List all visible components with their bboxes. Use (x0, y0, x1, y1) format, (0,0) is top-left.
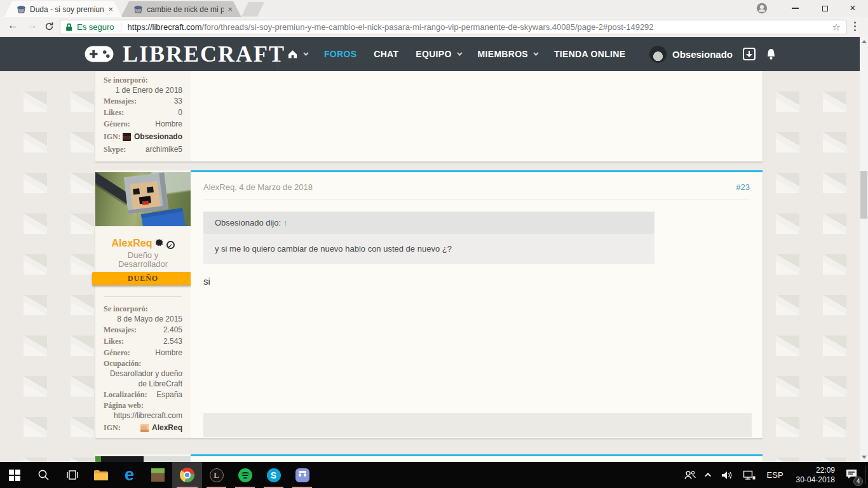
gear-badge-icon (156, 239, 163, 247)
inbox-icon[interactable] (743, 48, 756, 60)
taskbar-clock[interactable]: 22:09 30-04-2018 (796, 466, 835, 485)
site-header: LIBRECRAFT FOROS CHAT EQUIPO MIEMBROS TI… (0, 37, 868, 71)
header-account-area: Obsesionado (649, 37, 777, 71)
role-banner: DUEÑO (92, 272, 194, 285)
post-stats: Se incorporó:8 de Mayo de 2015 Mensajes:… (95, 304, 191, 435)
show-desktop-strip[interactable] (865, 466, 865, 484)
scroll-up-arrow[interactable] (862, 40, 867, 43)
nav-miembros[interactable]: MIEMBROS (478, 49, 537, 59)
tab-cambie[interactable]: cambie de nick de mi pre × (121, 1, 241, 17)
minecraft-head-icon (123, 133, 131, 141)
folder-icon (94, 470, 108, 480)
back-button[interactable]: ← (8, 19, 18, 32)
action-center-button[interactable]: 4 (845, 468, 858, 482)
nav-chat[interactable]: CHAT (374, 49, 398, 59)
minecraft-head-icon (140, 424, 149, 432)
tray-expand-button[interactable] (707, 473, 711, 477)
post-number-link[interactable]: #23 (736, 182, 750, 192)
taskbar-search-button[interactable] (29, 462, 58, 488)
secure-lock-icon (65, 23, 72, 32)
browser-menu-button[interactable] (854, 22, 857, 33)
tab-close-icon[interactable]: × (108, 6, 113, 13)
stat-row: Localización:España (95, 389, 191, 400)
quote-jump-arrow[interactable]: ↑ (283, 218, 288, 227)
stat-row: Likes:0 (95, 107, 191, 118)
scroll-down-arrow[interactable] (862, 456, 867, 459)
quote-header: Obsesionado dijo:↑ (203, 212, 654, 234)
forward-button[interactable]: → (27, 19, 37, 32)
bell-icon[interactable] (765, 48, 777, 61)
nav-foros[interactable]: FOROS (324, 49, 356, 59)
nav-home[interactable] (287, 49, 307, 59)
post-block-23: AlexReq✓ Dueño y Desarrollador DUEÑO Se … (95, 170, 763, 438)
tab-strip: Duda - si soy premiun y m × cambie de ni… (0, 0, 868, 17)
network-icon[interactable] (743, 470, 756, 480)
post-prev-user-panel: Se incorporó:1 de Enero de 2018 Mensajes… (95, 71, 191, 161)
nav-equipo[interactable]: EQUIPO (416, 49, 460, 59)
taskbar: e L S (0, 462, 868, 488)
file-explorer-button[interactable] (86, 462, 115, 488)
screen: Duda - si soy premiun y m × cambie de ni… (0, 0, 868, 488)
lol-button[interactable]: L (202, 462, 231, 488)
tab-close-icon[interactable]: × (227, 6, 233, 13)
brand-name: LIBRECRAFT (123, 41, 285, 67)
post-block-next (95, 454, 763, 462)
forum-thread-page: Se incorporó:1 de Enero de 2018 Mensajes… (0, 71, 868, 462)
main-nav: FOROS CHAT EQUIPO MIEMBROS TIENDA ONLINE (287, 37, 642, 71)
quote-attribution: Obsesionado dijo: (215, 218, 281, 227)
minecraft-button[interactable] (144, 462, 172, 488)
volume-icon[interactable] (721, 470, 733, 480)
post-prev-stats: Se incorporó:1 de Enero de 2018 Mensajes… (95, 75, 191, 155)
user-avatar[interactable] (649, 46, 667, 63)
stat-row: Se incorporó:1 de Enero de 2018 (95, 75, 191, 95)
stat-row: Se incorporó:8 de Mayo de 2015 (95, 304, 191, 324)
site-logo[interactable]: LIBRECRAFT (84, 37, 285, 71)
address-bar[interactable]: Es seguro https://librecraft.com/foro/th… (60, 20, 846, 34)
browser-profile-button[interactable] (751, 0, 773, 17)
discord-button[interactable] (288, 462, 316, 488)
url-text: https://librecraft.com/foro/threads/si-s… (128, 22, 827, 32)
chevron-down-icon (303, 50, 308, 55)
window-minimize-button[interactable] (784, 0, 806, 17)
skype-button[interactable]: S (259, 462, 288, 488)
post-author-date[interactable]: AlexReq, 4 de Marzo de 2018 (203, 182, 313, 192)
url-domain: https://librecraft.com (128, 22, 202, 32)
alexreq-avatar[interactable] (95, 172, 191, 226)
bucket-favicon (17, 4, 26, 14)
logged-in-username[interactable]: Obsesionado (672, 49, 733, 60)
reload-button[interactable] (44, 22, 54, 34)
window-restore-button[interactable] (814, 0, 836, 17)
spotify-button[interactable] (231, 462, 259, 488)
spotify-icon (238, 468, 252, 482)
new-tab-button[interactable] (241, 2, 264, 17)
window-close-button[interactable]: × (842, 0, 864, 17)
minimize-icon (792, 8, 799, 9)
tab-duda[interactable]: Duda - si soy premiun y m × (4, 1, 122, 17)
security-label: Es seguro (77, 22, 114, 32)
nav-tienda-online[interactable]: TIENDA ONLINE (554, 49, 625, 59)
skype-icon: S (267, 468, 281, 482)
start-button[interactable] (0, 462, 29, 488)
chevron-down-icon (533, 50, 538, 55)
stat-row: Género:Hombre (95, 347, 191, 358)
gamepad-icon (84, 44, 114, 64)
task-view-button[interactable] (58, 462, 86, 488)
page-scrollbar[interactable] (860, 37, 868, 462)
bookmark-star-icon[interactable]: ☆ (832, 22, 841, 33)
edge-button[interactable]: e (115, 462, 144, 488)
chrome-icon (180, 468, 194, 482)
author-name[interactable]: AlexReq (111, 238, 152, 248)
message-divider (203, 200, 750, 200)
chrome-button[interactable] (172, 462, 202, 488)
scrollbar-thumb[interactable] (860, 171, 867, 219)
post-prev-message-area (191, 71, 763, 161)
tab-title: Duda - si soy premiun y m (30, 5, 104, 14)
language-indicator[interactable]: ESP (767, 470, 783, 480)
people-icon[interactable] (684, 470, 696, 480)
browser-toolbar: ← → Es seguro https://librecraft.com/for… (0, 17, 868, 37)
post-user-panel: AlexReq✓ Dueño y Desarrollador DUEÑO Se … (95, 170, 191, 438)
windows-logo-icon (9, 470, 20, 481)
omnibox-divider (121, 22, 121, 32)
post-block-previous: Se incorporó:1 de Enero de 2018 Mensajes… (95, 71, 763, 162)
website-link[interactable]: https://librecraft.com (104, 410, 182, 421)
